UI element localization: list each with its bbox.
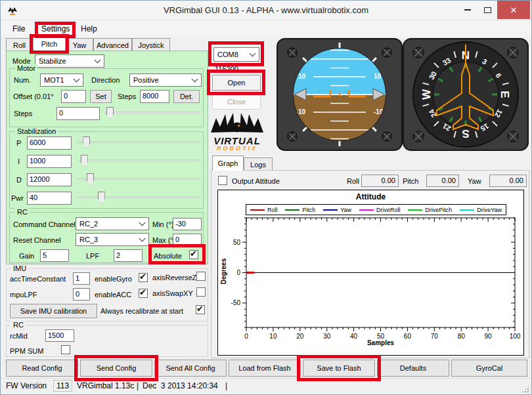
tab-graph[interactable]: Graph <box>212 156 244 171</box>
enableacc-label: enableACC <box>95 291 131 299</box>
tab-advanced[interactable]: Advanced <box>93 38 132 51</box>
steps-input[interactable]: 8000 <box>140 90 169 103</box>
slider-track <box>78 159 200 161</box>
command-channel-select[interactable]: RC_2 <box>76 217 149 230</box>
enableacc-checkbox[interactable] <box>139 289 148 298</box>
output-attitude-checkbox[interactable] <box>218 176 227 185</box>
rcmid-input[interactable]: 1500 <box>45 329 74 342</box>
logo-virtual-text: VIRTUAL <box>210 136 265 145</box>
command-channel-label: Command Channel <box>13 220 76 228</box>
ppmsum-label: PPM SUM <box>10 347 43 355</box>
eagle-icon <box>210 110 265 135</box>
close-button[interactable]: ✕ <box>497 1 530 19</box>
send-all-config-button[interactable]: Send All Config <box>154 360 227 377</box>
menu-settings[interactable]: Settings <box>37 23 74 35</box>
slider-track <box>78 141 200 143</box>
slider-thumb[interactable] <box>106 107 114 119</box>
send-config-button[interactable]: Send Config <box>80 360 152 377</box>
svg-text:W: W <box>420 89 433 100</box>
resize-grip[interactable] <box>521 385 529 393</box>
gyrocal-button[interactable]: GyroCal <box>451 360 527 377</box>
pwr-input[interactable]: 40 <box>27 192 72 205</box>
status-bar: FW Version 113 VRGimbal 1.13c | Dec 3 20… <box>1 378 531 395</box>
mpulpf-input[interactable]: 0 <box>73 288 90 301</box>
output-attitude-label: Output Attitude <box>232 177 280 185</box>
svg-text:S: S <box>462 127 469 140</box>
menu-file[interactable]: File <box>9 23 29 35</box>
read-config-button[interactable]: Read Config <box>6 360 78 377</box>
save-imu-calibration-button[interactable]: Save IMU calibration <box>10 304 97 318</box>
maximize-button[interactable] <box>477 1 497 19</box>
acctimeconstant-label: accTimeConstant <box>10 275 66 283</box>
tab-joystick[interactable]: Joystick <box>132 38 170 51</box>
minimize-button[interactable] <box>458 1 477 19</box>
d-input[interactable]: 12000 <box>27 173 72 186</box>
tab-pitch[interactable]: Pitch <box>33 36 66 51</box>
i-slider[interactable] <box>78 154 200 167</box>
motor-num-label: Num. <box>14 76 31 84</box>
status-separator: | <box>137 381 139 390</box>
absolute-label: Absolute <box>154 252 182 260</box>
baud-rate-value[interactable]: 115200 <box>215 65 238 73</box>
tab-yaw[interactable]: Yaw <box>66 38 93 51</box>
lpf-input[interactable]: 2 <box>114 249 143 262</box>
set-button[interactable]: Set <box>90 90 112 103</box>
acctimeconstant-input[interactable]: 1 <box>73 272 90 285</box>
slider-thumb[interactable] <box>83 136 90 148</box>
slider-thumb[interactable] <box>98 192 105 203</box>
direction-select[interactable]: Positive <box>129 73 202 87</box>
com-port-select[interactable]: COM8 <box>213 47 259 62</box>
slider-track <box>104 112 200 114</box>
steps-slider[interactable] <box>104 106 200 119</box>
ppmsum-checkbox[interactable] <box>61 345 70 354</box>
slider-track <box>78 196 200 198</box>
max-input[interactable]: 0 <box>173 234 202 246</box>
reset-channel-label: Reset Channel <box>13 236 61 244</box>
attitude-chart: Attitude RollPitchYawDriveRollDrivePitch… <box>217 190 524 356</box>
defaults-button[interactable]: Defaults <box>377 360 449 377</box>
gain-input[interactable]: 5 <box>40 249 69 262</box>
p-input[interactable]: 6000 <box>27 136 72 150</box>
virtualrobotix-logo: VIRTUAL ROBOTIX <box>210 110 265 152</box>
logo-robotix-text: ROBOTIX <box>210 145 265 152</box>
roll-output-field: 0.00 <box>361 175 399 187</box>
build-date: Dec 3 2013 14:20:34 <box>143 381 218 390</box>
gain-label: Gain <box>19 252 34 260</box>
svg-text:0: 0 <box>236 269 240 276</box>
det-button[interactable]: Det. <box>173 90 200 103</box>
axisreversez-checkbox[interactable] <box>196 272 206 281</box>
tab-roll[interactable]: Roll <box>6 38 33 51</box>
slider-track <box>78 178 200 180</box>
svg-text:10: 10 <box>298 73 306 80</box>
enablegyro-checkbox[interactable] <box>139 273 148 282</box>
tab-logs[interactable]: Logs <box>244 157 273 171</box>
fw-version-label: FW Version <box>6 381 47 390</box>
pwr-slider[interactable] <box>78 191 200 204</box>
min-label: Min (°) <box>152 220 174 228</box>
menu-help[interactable]: Help <box>77 23 101 35</box>
absolute-checkbox[interactable] <box>189 250 198 259</box>
offset-input[interactable]: 0 <box>61 90 86 103</box>
axisswapxy-checkbox[interactable] <box>196 287 206 297</box>
p-slider[interactable] <box>78 136 200 149</box>
i-input[interactable]: 1000 <box>27 155 72 168</box>
reset-channel-select[interactable]: RC_3 <box>76 233 149 246</box>
slider-thumb[interactable] <box>81 155 88 167</box>
slider-thumb[interactable] <box>87 173 94 185</box>
mode-select[interactable]: Stabilize <box>35 54 104 68</box>
motor-num-select[interactable]: MOT1 <box>40 73 83 87</box>
pitch-output-label: Pitch <box>403 177 418 185</box>
always-recalibrate-checkbox[interactable] <box>196 305 205 314</box>
open-button[interactable]: Open <box>212 75 261 91</box>
d-slider[interactable] <box>78 173 200 186</box>
yaw-output-field: 0.00 <box>489 175 527 187</box>
always-recalibrate-label: Always recalibrate at start <box>100 307 183 315</box>
min-input[interactable]: -30 <box>173 218 202 230</box>
rc-legend: RC <box>15 208 30 216</box>
heading-indicator: N36E1215S2124W3033 <box>403 38 529 151</box>
save-to-flash-button[interactable]: Save to Flash <box>303 360 375 377</box>
steps2-input[interactable]: 0 <box>56 107 100 120</box>
load-from-flash-button[interactable]: Load from Flash <box>229 360 301 377</box>
close-button-serial[interactable]: Close <box>212 94 261 110</box>
x-axis-label: Samples <box>246 339 515 346</box>
